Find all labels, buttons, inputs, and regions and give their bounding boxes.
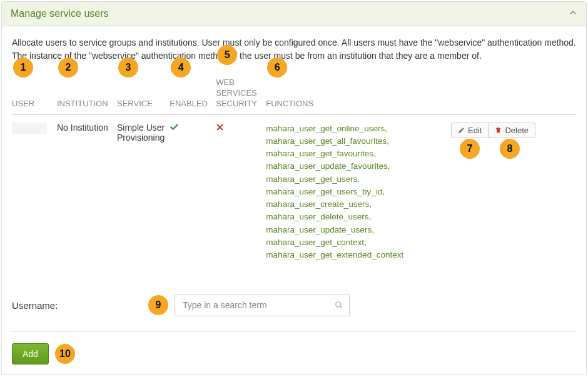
col-enabled: 4 ENABLED — [170, 73, 216, 114]
trash-icon — [495, 126, 502, 134]
search-icon — [335, 301, 343, 309]
function-link[interactable]: mahara_user_delete_users — [266, 211, 446, 223]
annotation-9: 9 — [148, 295, 168, 315]
cell-enabled — [170, 114, 216, 269]
annotation-2: 2 — [58, 58, 78, 78]
function-link[interactable]: mahara_user_update_users — [266, 224, 446, 236]
divider — [12, 331, 576, 332]
table-row: No Institution Simple User Provisioning — [12, 114, 576, 269]
annotation-4: 4 — [171, 58, 191, 78]
user-name-redacted — [12, 123, 47, 134]
manage-service-users-panel: Manage service users Allocate users to s… — [1, 1, 587, 375]
cell-actions: Edit Delete 7 8 — [451, 114, 576, 269]
cell-service: Simple User Provisioning — [117, 114, 170, 269]
delete-button[interactable]: Delete — [489, 123, 535, 138]
function-link[interactable]: mahara_user_get_all_favourites — [266, 135, 446, 148]
function-link[interactable]: mahara_user_get_context — [266, 236, 446, 249]
row-actions: Edit Delete — [451, 123, 535, 138]
cell-functions: mahara_user_get_online_usersmahara_user_… — [266, 114, 451, 269]
panel-description: Allocate users to service groups and ins… — [12, 36, 576, 63]
function-link[interactable]: mahara_user_get_extended_context — [266, 249, 446, 261]
col-actions — [451, 73, 576, 114]
panel-title: Manage service users — [11, 8, 109, 19]
annotation-7: 7 — [460, 139, 480, 159]
annotation-8: 8 — [500, 139, 520, 159]
col-service: 3 SERVICE — [117, 73, 170, 114]
col-web-services-security: 5 WEB SERVICES SECURITY — [216, 73, 266, 114]
check-icon — [170, 123, 179, 134]
cell-wss — [216, 114, 266, 269]
service-users-table: 1 USER 2 INSTITUTION 3 SERVICE 4 — [12, 73, 576, 269]
add-button[interactable]: Add — [12, 343, 49, 364]
cross-icon — [216, 123, 224, 133]
cell-institution: No Institution — [57, 114, 117, 269]
chevron-up-icon — [569, 8, 577, 19]
function-link[interactable]: mahara_user_update_favourites — [266, 160, 446, 173]
function-link[interactable]: mahara_user_get_favourites — [266, 148, 446, 160]
search-input[interactable] — [175, 294, 350, 316]
username-search-row: Username: 9 — [12, 294, 576, 316]
pencil-icon — [458, 127, 465, 134]
panel-header[interactable]: Manage service users — [2, 2, 586, 26]
annotation-6: 6 — [267, 58, 287, 78]
function-link[interactable]: mahara_user_get_users_by_id — [266, 186, 446, 198]
col-user: 1 USER — [12, 73, 57, 114]
function-link[interactable]: mahara_user_get_users — [266, 173, 446, 186]
annotation-3: 3 — [118, 58, 138, 78]
col-institution: 2 INSTITUTION — [57, 73, 117, 114]
edit-button[interactable]: Edit — [451, 123, 489, 138]
annotation-1: 1 — [13, 58, 33, 78]
cell-user — [12, 114, 57, 269]
function-link[interactable]: mahara_user_create_users — [266, 198, 446, 211]
add-row: Add 10 — [12, 343, 576, 364]
function-link[interactable]: mahara_user_get_online_users — [266, 123, 446, 135]
col-functions: 6 FUNCTIONS — [266, 73, 451, 114]
annotation-10: 10 — [55, 344, 75, 364]
